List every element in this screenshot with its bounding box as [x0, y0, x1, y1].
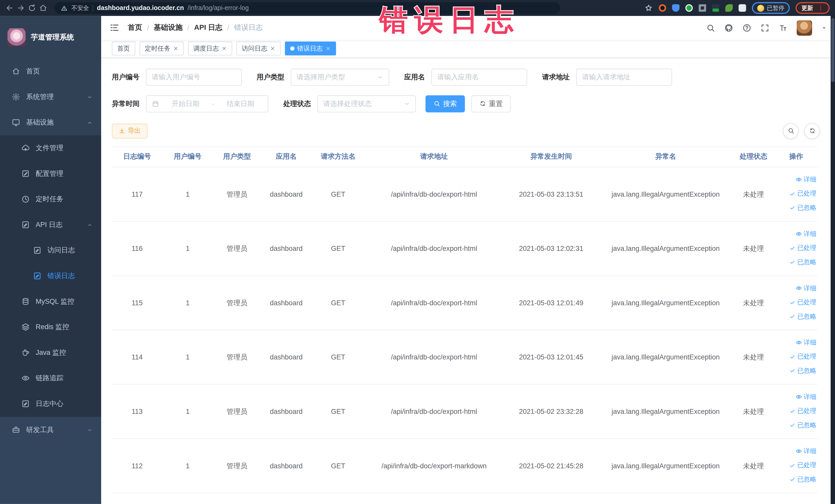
address-bar[interactable]: 不安全 dashboard.yudao.iocoder.cn/infra/log… — [55, 2, 561, 14]
sidebar-item-log-center[interactable]: 日志中心 — [0, 391, 101, 417]
browser-reload-icon[interactable] — [28, 4, 36, 12]
column-header: 日志编号 — [112, 147, 162, 167]
extension-icon[interactable] — [659, 4, 666, 12]
user-avatar[interactable] — [797, 20, 812, 36]
filter-label: 用户类型 — [257, 72, 284, 82]
breadcrumb-item[interactable]: 首页 — [128, 23, 142, 33]
date-range-picker[interactable]: 开始日期 - 结束日期 — [146, 95, 268, 112]
extension-icon[interactable] — [672, 4, 679, 12]
user-id-input[interactable] — [146, 68, 242, 85]
sidebar-item-mysql[interactable]: MySQL 监控 — [0, 288, 101, 314]
sidebar-item-access-log[interactable]: 访问日志 — [0, 238, 101, 263]
chevron-down-icon[interactable] — [821, 25, 827, 31]
eye-icon — [795, 339, 802, 346]
action-ignored[interactable]: 已忽略 — [789, 256, 816, 269]
font-size-icon[interactable] — [778, 23, 788, 32]
tab-访问日志[interactable]: 访问日志 — [237, 42, 281, 56]
cell-app: dashboard — [261, 276, 312, 330]
close-icon[interactable] — [325, 46, 331, 52]
browser-menu-icon[interactable] — [817, 4, 824, 12]
export-button[interactable]: 导出 — [112, 123, 148, 138]
sidebar-item-home[interactable]: 首页 — [0, 59, 101, 84]
sidebar-item-devtools[interactable]: 研发工具 — [0, 417, 101, 443]
update-button[interactable]: 更新 — [795, 2, 830, 14]
extension-icon[interactable] — [685, 4, 693, 12]
app-logo-row[interactable]: 芋道管理系统 — [0, 16, 101, 59]
action-detail[interactable]: 详细 — [795, 445, 816, 458]
cell-exception: java.lang.IllegalArgumentException — [599, 167, 732, 221]
action-detail[interactable]: 详细 — [795, 227, 816, 241]
close-icon[interactable] — [173, 46, 178, 52]
scrollbar[interactable] — [831, 16, 835, 504]
sidebar-item-label: Redis 监控 — [36, 322, 69, 332]
sidebar-item-java[interactable]: Java 监控 — [0, 340, 101, 366]
action-processed[interactable]: 已处理 — [789, 404, 816, 418]
action-processed[interactable]: 已处理 — [789, 241, 816, 255]
github-icon[interactable] — [724, 23, 733, 32]
action-ignored[interactable]: 已忽略 — [789, 310, 816, 323]
tab-首页[interactable]: 首页 — [112, 42, 135, 56]
action-ignored[interactable]: 已忽略 — [789, 419, 816, 432]
chevron-down-icon — [87, 94, 93, 100]
search-button[interactable]: 搜索 — [426, 95, 465, 112]
sidebar-item-config[interactable]: 配置管理 — [0, 161, 101, 187]
help-icon[interactable] — [742, 23, 751, 32]
action-ignored[interactable]: 已忽略 — [789, 201, 816, 215]
sidebar-item-trace[interactable]: 链路追踪 — [0, 365, 101, 391]
sidebar-collapse-icon[interactable] — [109, 23, 120, 33]
sidebar-item-label: 研发工具 — [26, 425, 54, 435]
action-detail[interactable]: 详细 — [795, 282, 816, 295]
action-processed[interactable]: 已处理 — [789, 350, 816, 364]
sidebar-bottom-section: 研发工具 — [0, 417, 101, 504]
sidebar-item-system[interactable]: 系统管理 — [0, 84, 101, 110]
tab-调度日志[interactable]: 调度日志 — [188, 42, 232, 56]
breadcrumb-item[interactable]: API 日志 — [194, 23, 223, 33]
action-processed[interactable]: 已处理 — [789, 459, 816, 472]
extension-icon[interactable] — [726, 4, 733, 12]
reset-button[interactable]: 重置 — [471, 95, 511, 112]
cell-time: 2021-05-02 21:45:28 — [503, 439, 599, 493]
refresh-table-button[interactable] — [804, 123, 820, 139]
scrollbar-thumb[interactable] — [831, 18, 834, 82]
toggle-search-button[interactable] — [783, 123, 799, 139]
action-processed[interactable]: 已处理 — [789, 187, 816, 201]
paused-badge[interactable]: 已暂停 — [752, 2, 790, 14]
action-detail[interactable]: 详细 — [795, 336, 816, 349]
bookmark-star-icon[interactable] — [644, 4, 653, 12]
tab-错误日志[interactable]: 错误日志 — [285, 42, 336, 56]
extension-icon[interactable] — [712, 4, 719, 12]
action-detail[interactable]: 详细 — [795, 390, 816, 404]
process-status-select[interactable]: 请选择处理状态 — [317, 95, 416, 112]
action-detail[interactable]: 详细 — [795, 173, 816, 186]
action-processed[interactable]: 已处理 — [789, 296, 816, 309]
sidebar-item-redis[interactable]: Redis 监控 — [0, 314, 101, 340]
tab-定时任务[interactable]: 定时任务 — [140, 42, 184, 56]
sidebar-item-job[interactable]: 定时任务 — [0, 186, 101, 212]
fullscreen-icon[interactable] — [760, 23, 770, 32]
sidebar-item-api-log[interactable]: API 日志 — [0, 212, 101, 238]
cell-user_id: 1 — [162, 439, 213, 493]
search-icon[interactable] — [706, 23, 715, 32]
sidebar-item-error-log[interactable]: 错误日志 — [0, 263, 101, 289]
action-ignored[interactable]: 已忽略 — [789, 473, 816, 486]
extension-icon[interactable] — [699, 4, 706, 12]
filter-label: 请求地址 — [542, 72, 570, 82]
action-ignored[interactable]: 已忽略 — [789, 364, 816, 378]
close-icon[interactable] — [222, 46, 227, 52]
cell-user_type: 管理员 — [213, 330, 261, 384]
sidebar-item-infra[interactable]: 基础设施 — [0, 109, 101, 135]
extensions-puzzle-icon[interactable] — [738, 4, 746, 12]
check-icon — [789, 245, 796, 251]
user-type-select[interactable]: 请选择用户类型 — [291, 68, 389, 85]
close-icon[interactable] — [270, 46, 276, 52]
browser-home-icon[interactable] — [39, 4, 47, 12]
request-url-input[interactable] — [576, 68, 672, 85]
eye-icon — [795, 448, 802, 455]
browser-back-icon[interactable] — [5, 4, 14, 12]
sidebar-item-file[interactable]: 文件管理 — [0, 135, 101, 161]
breadcrumb-item[interactable]: 基础设施 — [154, 23, 183, 33]
page-content: 用户编号 用户类型 请选择用户类型 应用名 — [101, 58, 835, 504]
app-name-input[interactable] — [431, 68, 527, 85]
cell-app: dashboard — [261, 330, 312, 384]
browser-forward-icon[interactable] — [16, 4, 25, 12]
